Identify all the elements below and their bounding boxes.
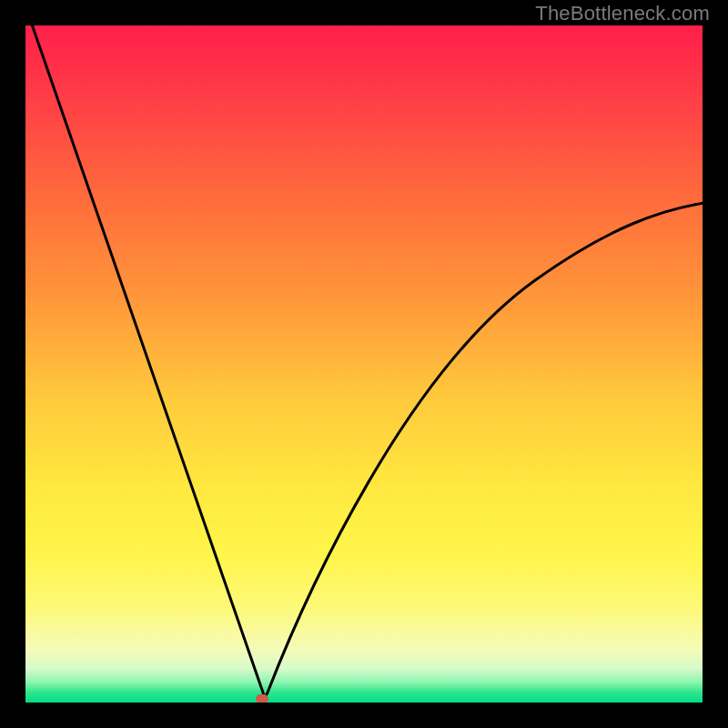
optimum-marker (256, 694, 268, 703)
watermark-text: TheBottleneck.com (535, 2, 710, 25)
bottleneck-curve (25, 25, 703, 703)
chart-frame: TheBottleneck.com (0, 0, 728, 728)
plot-area (25, 25, 703, 703)
curve-path (25, 25, 703, 696)
